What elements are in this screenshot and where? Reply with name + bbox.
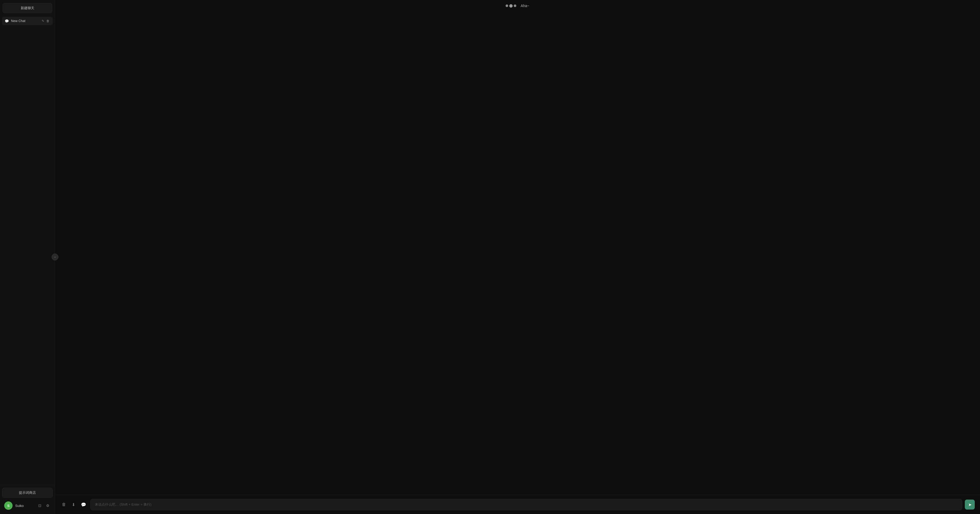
chat-list-item[interactable]: 💬 New Chat ✎ 🗑 (2, 17, 52, 25)
export-button[interactable]: ⊡ (37, 503, 43, 509)
chat-item-label: New Chat (11, 19, 39, 23)
sidebar-collapse-button[interactable]: ‹ (52, 254, 59, 260)
delete-chat-button[interactable]: 🗑 (46, 19, 50, 23)
sidebar-bottom: 提示词商店 S Suiko ⊡ ⚙ (0, 485, 55, 514)
username: Suiko (15, 504, 35, 508)
user-row: S Suiko ⊡ ⚙ (2, 500, 52, 511)
prompt-store-button[interactable]: 提示词商店 (2, 488, 52, 498)
ai-dot-small-2 (514, 5, 516, 7)
ai-logo (506, 4, 516, 8)
trash-icon: 🗑 (62, 502, 66, 507)
ai-dot-large (509, 4, 513, 8)
new-chat-button[interactable]: 新建聊天 (3, 3, 52, 13)
main-area: Aha~ 🗑 ⬇ 💬 ➤ (55, 0, 980, 514)
ai-name: Aha~ (520, 4, 529, 8)
chat-footer: 🗑 ⬇ 💬 ➤ (55, 495, 980, 514)
chat-body (55, 11, 980, 495)
message-icon: 💬 (81, 503, 86, 507)
avatar: S (4, 501, 13, 510)
edit-chat-button[interactable]: ✎ (41, 19, 45, 23)
chat-action-button[interactable]: 💬 (80, 501, 88, 509)
chat-item-actions: ✎ 🗑 (41, 19, 50, 23)
send-button[interactable]: ➤ (965, 500, 975, 509)
ai-dot-small-1 (506, 5, 508, 7)
delete-conversation-button[interactable]: 🗑 (60, 501, 68, 509)
chevron-left-icon: ‹ (54, 255, 56, 259)
settings-button[interactable]: ⚙ (45, 503, 51, 509)
chat-list: 💬 New Chat ✎ 🗑 (0, 15, 55, 485)
download-button[interactable]: ⬇ (70, 501, 77, 509)
chat-icon: 💬 (5, 19, 9, 23)
chat-input[interactable] (91, 499, 962, 510)
download-icon: ⬇ (72, 503, 75, 507)
send-icon: ➤ (968, 502, 972, 507)
sidebar-top: 新建聊天 (0, 0, 55, 15)
chat-header: Aha~ (55, 0, 980, 11)
sidebar: 新建聊天 💬 New Chat ✎ 🗑 提示词商店 S Suiko ⊡ ⚙ ‹ (0, 0, 55, 514)
